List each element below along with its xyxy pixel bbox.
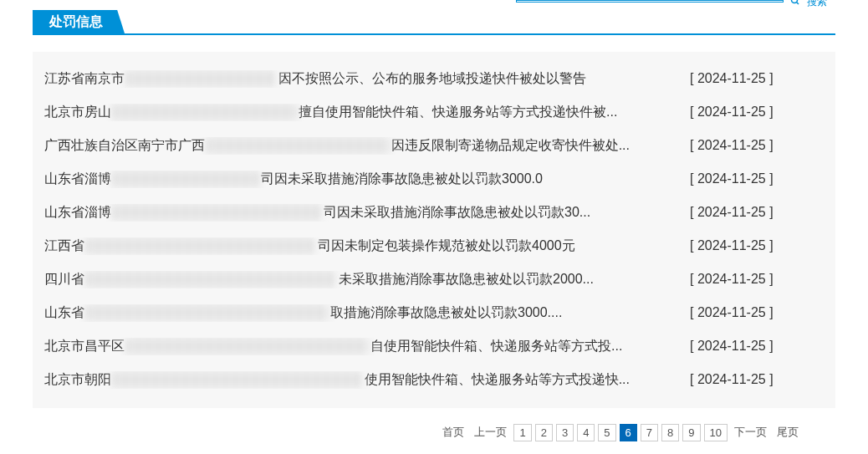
list-item-link[interactable]: 江西省司因未制定包装操作规范被处以罚款4000元 [44, 237, 630, 255]
pager-page-6[interactable]: 6 [620, 424, 637, 441]
list-item-prefix: 北京市昌平区 [44, 338, 125, 355]
list-item-date: [ 2024-11-25 ] [690, 238, 824, 253]
list-item-prefix: 江苏省南京市 [44, 70, 125, 88]
pager-prev[interactable]: 上一页 [471, 423, 510, 441]
list-item-date: [ 2024-11-25 ] [690, 71, 824, 86]
redacted-segment [86, 304, 329, 321]
list-item: 北京市房山擅自使用智能快件箱、快递服务站等方式投递快件被...[ 2024-11… [44, 95, 824, 129]
list-item-link[interactable]: 山东省取措施消除事故隐患被处以罚款3000.... [44, 304, 630, 322]
pager-page-8[interactable]: 8 [661, 424, 679, 441]
list-item: 四川省未采取措施消除事故隐患被处以罚款2000...[ 2024-11-25 ] [44, 263, 824, 296]
pager-first[interactable]: 首页 [439, 423, 467, 441]
redacted-segment [126, 338, 369, 355]
list-item-date: [ 2024-11-25 ] [690, 105, 824, 120]
list-item: 山东省淄博司因未采取措施消除事故隐患被处以罚款30...[ 2024-11-25… [44, 196, 824, 229]
list-item-date: [ 2024-11-25 ] [690, 372, 824, 387]
list-item-prefix: 山东省 [44, 304, 84, 322]
list-item-date: [ 2024-11-25 ] [690, 171, 824, 186]
pager-page-4[interactable]: 4 [577, 424, 595, 441]
list-item-suffix: 因不按照公示、公布的服务地域投递快件被处以警告 [278, 70, 586, 88]
list-item-date: [ 2024-11-25 ] [690, 339, 824, 354]
list-item-date: [ 2024-11-25 ] [690, 205, 824, 220]
pager-page-3[interactable]: 3 [556, 424, 574, 441]
list-item: 北京市朝阳使用智能快件箱、快递服务站等方式投递快...[ 2024-11-25 … [44, 363, 824, 396]
redacted-segment [113, 104, 297, 120]
list-item: 江苏省南京市因不按照公示、公布的服务地域投递快件被处以警告[ 2024-11-2… [44, 62, 824, 95]
list-item-prefix: 广西壮族自治区南宁市广西 [44, 137, 205, 155]
list-item-suffix: 司因未采取措施消除事故隐患被处以罚款30... [324, 204, 590, 222]
list-item-prefix: 山东省淄博 [44, 204, 111, 222]
list-item-prefix: 江西省 [44, 237, 84, 255]
list-item: 广西壮族自治区南宁市广西因违反限制寄递物品规定收寄快件被处...[ 2024-1… [44, 129, 824, 162]
pager-next[interactable]: 下一页 [731, 423, 770, 441]
redacted-segment [113, 171, 259, 187]
list-item-suffix: 擅自使用智能快件箱、快递服务站等方式投递快件被... [299, 104, 617, 121]
pager-last[interactable]: 尾页 [774, 423, 802, 441]
list-item-prefix: 四川省 [44, 271, 84, 288]
list-item-date: [ 2024-11-25 ] [690, 272, 824, 287]
list-item: 江西省司因未制定包装操作规范被处以罚款4000元[ 2024-11-25 ] [44, 229, 824, 263]
list-item-prefix: 山东省淄博 [44, 171, 111, 188]
section-title: 处罚信息 [33, 10, 125, 33]
list-item-date: [ 2024-11-25 ] [690, 305, 824, 320]
list-item-prefix: 北京市朝阳 [44, 371, 111, 389]
list-item-link[interactable]: 山东省淄博司因未采取措施消除事故隐患被处以罚款3000.0 [44, 171, 630, 188]
redacted-segment [86, 271, 337, 288]
search-label: 搜索 [807, 0, 827, 9]
search-input[interactable] [516, 0, 784, 3]
list-item-suffix: 司因未制定包装操作规范被处以罚款4000元 [318, 237, 575, 255]
pager-page-9[interactable]: 9 [682, 424, 700, 441]
list-item: 山东省淄博司因未采取措施消除事故隐患被处以罚款3000.0[ 2024-11-2… [44, 162, 824, 196]
redacted-segment [207, 137, 390, 154]
redacted-segment [86, 237, 316, 254]
list-item-date: [ 2024-11-25 ] [690, 138, 824, 153]
svg-line-1 [797, 3, 799, 5]
list-item-link[interactable]: 北京市昌平区自使用智能快件箱、快递服务站等方式投... [44, 338, 630, 355]
search-icon[interactable] [790, 0, 800, 6]
redacted-segment [113, 371, 363, 388]
pager-page-1[interactable]: 1 [513, 424, 531, 441]
list-item-suffix: 自使用智能快件箱、快递服务站等方式投... [370, 338, 622, 355]
list-item-link[interactable]: 四川省未采取措施消除事故隐患被处以罚款2000... [44, 271, 630, 288]
list-item-link[interactable]: 江苏省南京市因不按照公示、公布的服务地域投递快件被处以警告 [44, 70, 630, 88]
redacted-segment [126, 70, 277, 87]
list-item-prefix: 北京市房山 [44, 104, 111, 121]
pager-page-2[interactable]: 2 [535, 424, 553, 441]
list-item: 山东省取措施消除事故隐患被处以罚款3000....[ 2024-11-25 ] [44, 296, 824, 329]
redacted-segment [113, 204, 322, 221]
list-item-link[interactable]: 北京市房山擅自使用智能快件箱、快递服务站等方式投递快件被... [44, 104, 630, 121]
list-item-suffix: 未采取措施消除事故隐患被处以罚款2000... [339, 271, 594, 288]
list-item-suffix: 司因未采取措施消除事故隐患被处以罚款3000.0 [261, 171, 543, 188]
pager-page-10[interactable]: 10 [704, 424, 728, 441]
pager-page-7[interactable]: 7 [641, 424, 658, 441]
list-item: 北京市昌平区自使用智能快件箱、快递服务站等方式投...[ 2024-11-25 … [44, 329, 824, 363]
list-item-link[interactable]: 广西壮族自治区南宁市广西因违反限制寄递物品规定收寄快件被处... [44, 137, 630, 155]
list-item-suffix: 因违反限制寄递物品规定收寄快件被处... [391, 137, 630, 155]
list-item-suffix: 取措施消除事故隐患被处以罚款3000.... [330, 304, 562, 322]
pager-page-5[interactable]: 5 [598, 424, 615, 441]
list-item-link[interactable]: 北京市朝阳使用智能快件箱、快递服务站等方式投递快... [44, 371, 630, 389]
list-item-suffix: 使用智能快件箱、快递服务站等方式投递快... [365, 371, 630, 389]
list-item-link[interactable]: 山东省淄博司因未采取措施消除事故隐患被处以罚款30... [44, 204, 630, 222]
